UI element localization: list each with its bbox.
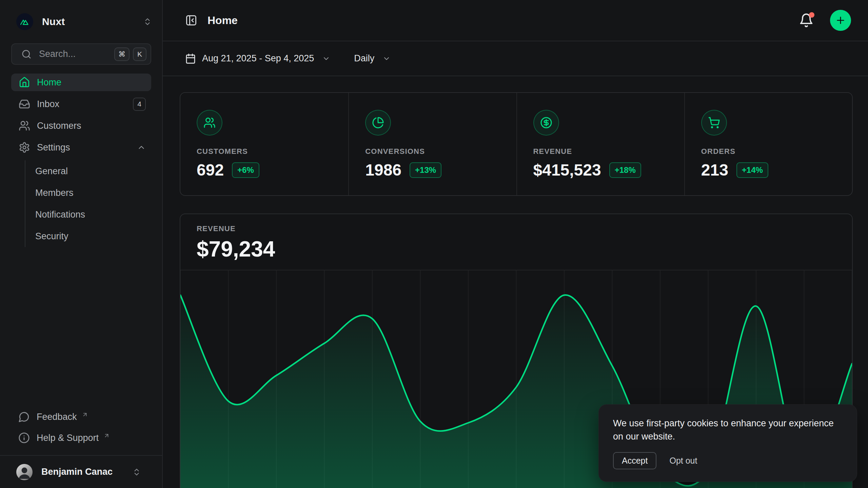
users-icon xyxy=(197,110,222,136)
sidebar-item-inbox[interactable]: Inbox 4 xyxy=(11,95,151,113)
granularity-select[interactable]: Daily xyxy=(354,53,391,64)
home-icon xyxy=(19,77,30,88)
kbd-cmd: ⌘ xyxy=(114,47,130,61)
chevron-up-icon xyxy=(137,143,146,152)
plus-icon xyxy=(835,15,846,26)
arrow-up-right-icon xyxy=(82,411,88,418)
sidebar: Nuxt Search... ⌘ K H xyxy=(0,0,163,488)
search-input[interactable]: Search... ⌘ K xyxy=(11,43,151,65)
accept-cookies-button[interactable]: Accept xyxy=(613,452,656,469)
kbd-k: K xyxy=(133,47,146,61)
page-header: Home xyxy=(163,0,868,41)
date-range-picker[interactable]: Aug 21, 2025 - Sep 4, 2025 xyxy=(185,53,330,64)
sidebar-item-home[interactable]: Home xyxy=(11,74,151,91)
info-circle-icon xyxy=(18,432,30,444)
collapse-sidebar-button[interactable] xyxy=(185,14,197,26)
notification-dot xyxy=(809,12,814,18)
chevron-down-icon xyxy=(382,55,391,63)
sidebar-nav: Home Inbox 4 C xyxy=(11,74,151,247)
notifications-button[interactable] xyxy=(799,13,814,28)
chat-bubble-icon xyxy=(18,411,30,423)
cookie-banner: We use first-party cookies to enhance yo… xyxy=(598,404,857,482)
stat-delta-badge: +14% xyxy=(736,162,768,178)
workspace-switcher[interactable]: Nuxt xyxy=(0,0,162,43)
optout-cookies-button[interactable]: Opt out xyxy=(669,456,697,466)
avatar xyxy=(16,464,33,480)
cookie-message: We use first-party cookies to enhance yo… xyxy=(613,417,843,443)
user-name: Benjamin Canac xyxy=(41,467,113,477)
help-support-link[interactable]: Help & Support xyxy=(11,427,151,448)
stat-delta-badge: +18% xyxy=(609,162,641,178)
add-button[interactable] xyxy=(830,10,851,31)
gear-icon xyxy=(19,142,30,153)
sidebar-item-general[interactable]: General xyxy=(25,160,151,182)
chart-current-value: $79,234 xyxy=(197,237,836,262)
settings-subnav: General Members Notifications Security xyxy=(25,160,151,247)
granularity-value: Daily xyxy=(354,53,374,64)
users-icon xyxy=(19,120,30,131)
search-placeholder: Search... xyxy=(39,49,76,59)
chevrons-up-down-icon xyxy=(143,17,152,26)
date-range-value: Aug 21, 2025 - Sep 4, 2025 xyxy=(202,53,314,64)
stat-delta-badge: +13% xyxy=(410,162,441,178)
dollar-icon xyxy=(533,110,559,136)
sidebar-item-settings[interactable]: Settings xyxy=(11,139,151,156)
sidebar-item-customers[interactable]: Customers xyxy=(11,117,151,135)
chart-title: REVENUE xyxy=(197,224,836,233)
user-menu[interactable]: Benjamin Canac xyxy=(0,455,162,488)
nuxt-logo-icon xyxy=(16,13,33,30)
search-icon xyxy=(21,49,32,59)
stats-card: CUSTOMERS 692 +6% CONVERSIONS 1986 +13% xyxy=(180,92,853,196)
stat-label: ORDERS xyxy=(701,147,836,156)
stat-delta-badge: +6% xyxy=(232,162,259,178)
stat-label: CONVERSIONS xyxy=(365,147,500,156)
stat-value: 692 xyxy=(197,161,224,179)
stat-orders[interactable]: ORDERS 213 +14% xyxy=(684,93,852,195)
arrow-up-right-icon xyxy=(103,432,110,439)
page-title: Home xyxy=(208,14,238,27)
inbox-count-badge: 4 xyxy=(133,98,146,111)
sidebar-item-members[interactable]: Members xyxy=(25,182,151,204)
sidebar-item-security[interactable]: Security xyxy=(25,225,151,247)
stat-customers[interactable]: CUSTOMERS 692 +6% xyxy=(180,93,348,195)
sidebar-item-notifications[interactable]: Notifications xyxy=(25,204,151,225)
stat-value: 1986 xyxy=(365,161,401,179)
workspace-name: Nuxt xyxy=(42,16,65,27)
calendar-icon xyxy=(185,53,196,64)
stat-label: CUSTOMERS xyxy=(197,147,332,156)
chevrons-up-down-icon xyxy=(132,468,141,476)
feedback-link[interactable]: Feedback xyxy=(11,406,151,427)
stat-value: 213 xyxy=(701,161,728,179)
stat-revenue[interactable]: REVENUE $415,523 +18% xyxy=(516,93,684,195)
stat-label: REVENUE xyxy=(533,147,668,156)
stat-value: $415,523 xyxy=(533,161,601,179)
chevron-down-icon xyxy=(322,55,330,63)
filters-toolbar: Aug 21, 2025 - Sep 4, 2025 Daily xyxy=(163,41,868,76)
stat-conversions[interactable]: CONVERSIONS 1986 +13% xyxy=(348,93,516,195)
inbox-icon xyxy=(19,98,30,110)
cart-icon xyxy=(701,110,727,136)
pie-chart-icon xyxy=(365,110,391,136)
